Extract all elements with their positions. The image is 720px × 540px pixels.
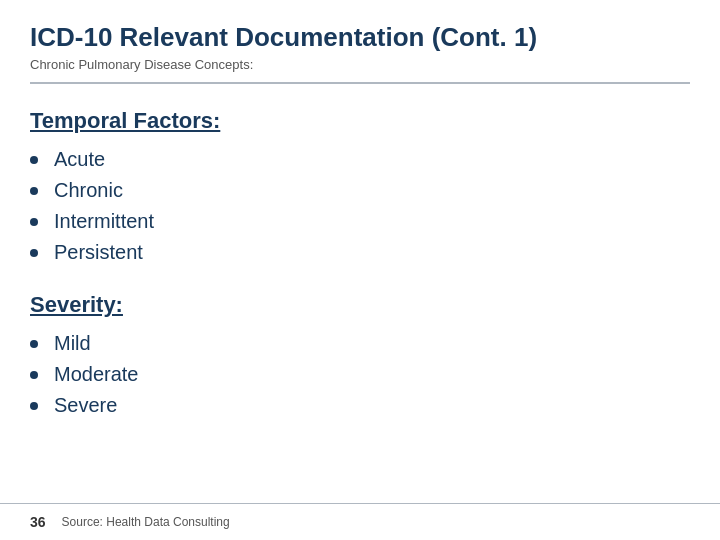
- list-item-label: Acute: [54, 148, 105, 171]
- bullet-dot: [30, 402, 38, 410]
- page: ICD-10 Relevant Documentation (Cont. 1) …: [0, 0, 720, 540]
- page-subtitle: Chronic Pulmonary Disease Concepts:: [30, 57, 690, 72]
- list-item-label: Intermittent: [54, 210, 154, 233]
- list-item: Chronic: [30, 179, 690, 202]
- list-item: Persistent: [30, 241, 690, 264]
- bullet-dot: [30, 340, 38, 348]
- main-content: Temporal Factors: Acute Chronic Intermit…: [0, 84, 720, 503]
- page-title: ICD-10 Relevant Documentation (Cont. 1): [30, 22, 690, 53]
- bullet-dot: [30, 249, 38, 257]
- severity-heading: Severity:: [30, 292, 690, 318]
- list-item: Moderate: [30, 363, 690, 386]
- list-item-label: Severe: [54, 394, 117, 417]
- list-item-label: Mild: [54, 332, 91, 355]
- bullet-dot: [30, 156, 38, 164]
- list-item: Acute: [30, 148, 690, 171]
- list-item: Intermittent: [30, 210, 690, 233]
- list-item-label: Moderate: [54, 363, 139, 386]
- footer: 36 Source: Health Data Consulting: [0, 503, 720, 540]
- footer-source: Source: Health Data Consulting: [62, 515, 230, 529]
- bullet-dot: [30, 187, 38, 195]
- list-item-label: Persistent: [54, 241, 143, 264]
- list-item: Mild: [30, 332, 690, 355]
- header: ICD-10 Relevant Documentation (Cont. 1) …: [0, 0, 720, 82]
- severity-list: Mild Moderate Severe: [30, 332, 690, 417]
- list-item-label: Chronic: [54, 179, 123, 202]
- bullet-dot: [30, 371, 38, 379]
- temporal-heading: Temporal Factors:: [30, 108, 690, 134]
- page-number: 36: [30, 514, 46, 530]
- temporal-list: Acute Chronic Intermittent Persistent: [30, 148, 690, 264]
- bullet-dot: [30, 218, 38, 226]
- list-item: Severe: [30, 394, 690, 417]
